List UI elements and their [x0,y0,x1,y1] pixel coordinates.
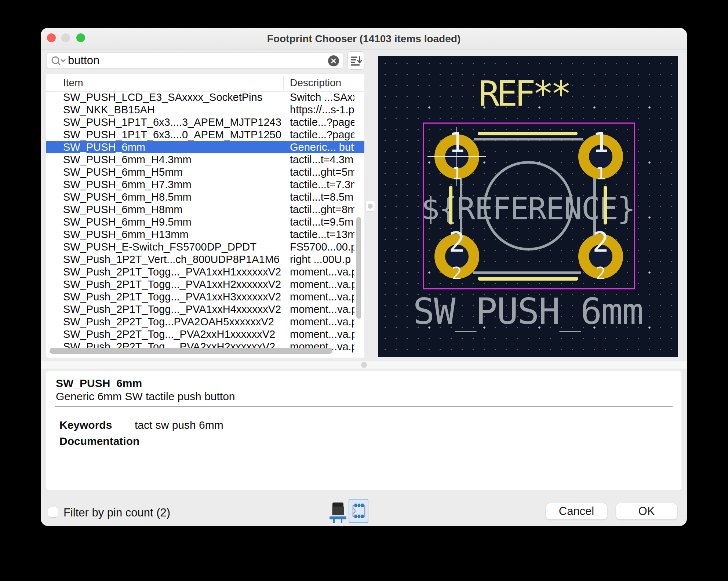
footprint-description-cell: moment...va.p [290,315,354,328]
footprint-name-cell: SW_Push_2P1T_Togg..._PVA1xxH4xxxxxxV2 [63,303,281,315]
table-row[interactable]: SW_PUSH_6mm_H4.3mm tactil...t=4.3m [46,153,364,166]
sort-options-button[interactable] [347,51,364,70]
footprint-description-cell: tactil...ght=5m [290,166,354,178]
filter-pin-count-checkbox[interactable] [48,507,58,518]
footprint-name-cell: SW_PUSH_1P1T_6x3....3_APEM_MJTP1243 [63,116,281,128]
column-header-item[interactable]: Item [63,74,83,92]
search-icon [51,56,66,67]
footprint-name-cell: SW_Push_2P2T_Tog...PVA2OAH5xxxxxxV2 [63,315,274,328]
table-row[interactable]: SW_PUSH_6mm_H8.5mm tactil...t=8.5m [46,191,364,203]
footprint-name-cell: SW_PUSH_6mm_H9.5mm [63,216,192,228]
footprint-name-cell: SW_Push_2P1T_Togg..._PVA1xxH1xxxxxxV2 [63,266,281,278]
list-rows: SW_PUSH_LCD_E3_SAxxxx_SocketPins Switch … [46,91,364,353]
horizontal-scrollbar[interactable] [50,348,332,354]
reference-field-text: ${REFERENCE} [378,191,678,227]
footprint-list: Item Description SW_PUSH_LCD_E3_SAxxxx_S… [46,74,364,358]
table-row[interactable]: SW_Push_2P2T_Tog..._PVA2xxH1xxxxxxV2 mom… [46,328,364,340]
title-bar: Footprint Chooser (14103 items loaded) [41,28,687,50]
column-header-description[interactable]: Description [290,74,341,92]
footprint-description-cell: https://...s-1.pd [290,103,354,116]
pad-number: 1 [578,129,623,156]
table-row[interactable]: SW_PUSH_1P1T_6x3....0_APEM_MJTP1250 tact… [46,128,364,141]
cancel-button[interactable]: Cancel [546,503,607,520]
silkscreen-tick-right [604,186,607,224]
footprint-description-cell: tactil...t=9.5m [290,216,354,228]
3d-view-toggle-button[interactable] [330,503,346,524]
documentation-label: Documentation [59,435,139,447]
table-row[interactable]: SW_Push_2P1T_Togg..._PVA1xxH2xxxxxxV2 mo… [46,278,364,290]
footprint-name-cell: SW_Push_2P2T_Tog..._PVA2xxH1xxxxxxV2 [63,328,275,340]
footprint-description-cell: moment...va.p [290,290,354,303]
table-row[interactable]: SW_PUSH_LCD_E3_SAxxxx_SocketPins Switch … [46,91,364,103]
silkscreen-line-top [478,132,578,135]
fab-line-top [474,138,583,140]
table-row[interactable]: SW_NKK_BB15AH https://...s-1.pd [46,103,364,116]
footprint-description-cell: tactile...t=13m [290,228,354,241]
footprint-name-cell: SW_PUSH_6mm_H8.5mm [63,191,192,203]
footprint-description-cell: moment...va.p [290,328,354,340]
keywords-value: tact sw push 6mm [135,419,223,431]
table-row[interactable]: SW_Push_2P1T_Togg..._PVA1xxH4xxxxxxV2 mo… [46,303,364,315]
clear-search-icon[interactable] [328,55,339,66]
fab-line-bottom [473,271,581,274]
footprint-description-cell: moment...va.p [290,278,354,290]
pad-net-label: 1 [578,165,623,182]
info-footprint-description: Generic 6mm SW tactile push button [56,390,235,403]
horizontal-splitter-handle[interactable] [41,360,687,369]
footprint-name-cell: SW_Push_2P1T_Togg..._PVA1xxH2xxxxxxV2 [63,278,281,290]
footprint-description-cell: tactile...?page [290,128,354,141]
list-header: Item Description [46,74,364,92]
pad-2-left: 2 2 [434,234,479,279]
footprint-chooser-dialog: Footprint Chooser (14103 items loaded) b… [41,28,687,526]
pad-2-right: 2 2 [578,234,623,279]
footprint-name-cell: SW_PUSH_6mm_H13mm [63,228,189,241]
table-row[interactable]: SW_PUSH_6mm_H7.3mm tactile...t=7.3m [46,178,364,191]
footprint-description-cell: right ...00U.p [290,253,354,266]
footprint-preview-canvas[interactable]: REF** ${REFERENCE} 1 1 1 1 2 2 2 2 SW_PU… [378,56,678,357]
footprint-name-cell: SW_PUSH_1P1T_6x3....0_APEM_MJTP1250 [63,128,281,141]
footprint-description-cell: moment...va.p [290,266,354,278]
info-footprint-name: SW_PUSH_6mm [56,377,142,390]
vertical-scrollbar[interactable] [356,217,361,319]
pad-net-label: 2 [434,265,479,282]
column-divider[interactable] [283,76,284,89]
cursor-crosshair [456,127,457,186]
search-input[interactable]: button [46,52,343,69]
window-title: Footprint Chooser (14103 items loaded) [41,28,687,50]
table-row[interactable]: SW_Push_2P2T_Tog...PVA2OAH5xxxxxxV2 mome… [46,315,364,328]
table-row[interactable]: SW_PUSH_6mm_H5mm tactil...ght=5m [46,166,364,178]
footprint-description-cell: tactil...t=4.3m [290,153,354,166]
filter-pin-count-label: Filter by pin count (2) [63,506,170,519]
footprint-description-cell: tactil...ght=8m [290,203,354,216]
table-row[interactable]: SW_Push_2P1T_Togg..._PVA1xxH1xxxxxxV2 mo… [46,266,364,278]
table-row[interactable]: SW_Push_2P1T_Togg..._PVA1xxH3xxxxxxV2 mo… [46,290,364,303]
table-row[interactable]: SW_PUSH_1P1T_6x3....3_APEM_MJTP1243 tact… [46,116,364,128]
table-row[interactable]: SW_PUSH_6mm_H9.5mm tactil...t=9.5m [46,216,364,228]
footprint-description-cell: Generic... butt [290,141,354,153]
silkscreen-ref-text: REF** [472,73,575,114]
footprint-icon [352,503,366,519]
footprint-view-toggle-button[interactable] [349,499,368,523]
table-row[interactable]: SW_PUSH_6mm_H8mm tactil...ght=8m [46,203,364,216]
table-row[interactable]: SW_PUSH_6mm_H13mm tactile...t=13m [46,228,364,241]
pad-1-right: 1 1 [578,134,623,179]
keywords-label: Keywords [59,419,112,431]
silkscreen-line-bottom [478,277,578,281]
pad-net-label: 2 [578,265,623,282]
table-row[interactable]: SW_PUSH_E-Switch_FS5700DP_DPDT FS5700...… [46,241,364,253]
info-divider [55,406,673,407]
vertical-splitter-handle[interactable] [365,201,375,212]
footprint-name-cell: SW_PUSH_6mm_H8mm [63,203,183,216]
footprint-name-cell: SW_PUSH_6mm_H4.3mm [63,153,192,166]
footprint-info-panel: SW_PUSH_6mm Generic 6mm SW tactile push … [46,371,681,490]
ok-button[interactable]: OK [616,503,677,520]
footprint-name-cell: SW_Push_2P1T_Togg..._PVA1xxH3xxxxxxV2 [63,290,281,303]
table-row[interactable]: SW_PUSH_6mm Generic... butt [46,141,364,153]
footprint-description-cell: Switch ...SAxx [290,91,354,103]
table-row[interactable]: SW_Push_1P2T_Vert...ch_800UDP8P1A1M6 rig… [46,253,364,266]
footprint-name-cell: SW_PUSH_6mm [63,141,145,153]
pad-number: 2 [578,229,623,256]
footprint-name-cell: SW_Push_1P2T_Vert...ch_800UDP8P1A1M6 [63,253,280,266]
footprint-name-cell: SW_PUSH_E-Switch_FS5700DP_DPDT [63,241,256,253]
footprint-description-cell: tactile...?page [290,116,354,128]
